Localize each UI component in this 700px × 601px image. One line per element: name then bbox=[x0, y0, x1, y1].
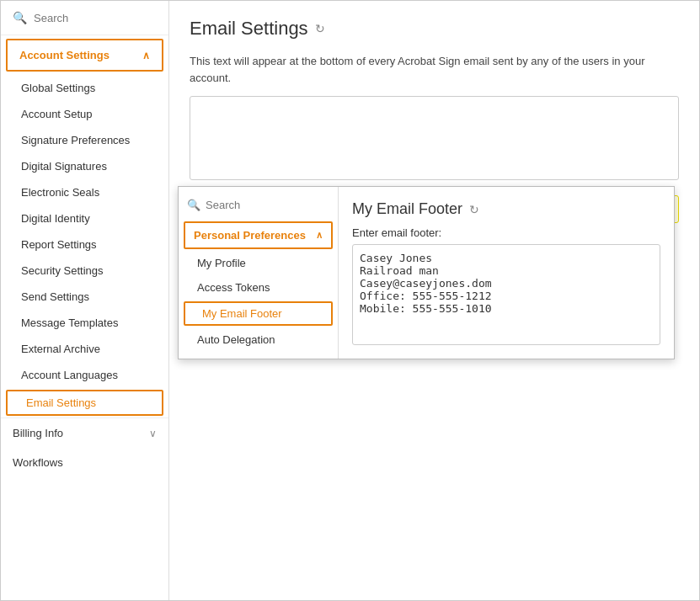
dropdown-right-panel: My Email Footer ↻ Enter email footer: Ca… bbox=[339, 187, 674, 359]
sidebar-item-electronic-seals[interactable]: Electronic Seals bbox=[1, 179, 168, 205]
description-text: This text will appear at the bottom of e… bbox=[190, 53, 679, 86]
sidebar-item-account-setup[interactable]: Account Setup bbox=[1, 101, 168, 127]
sidebar-search-input[interactable] bbox=[34, 12, 157, 24]
dropdown-preferences-chevron: ∧ bbox=[316, 230, 323, 241]
sidebar-item-signature-preferences[interactable]: Signature Preferences bbox=[1, 127, 168, 153]
sidebar-item-external-archive[interactable]: External Archive bbox=[1, 336, 168, 362]
dropdown-right-title-row: My Email Footer ↻ bbox=[352, 200, 660, 218]
dropdown-personal-preferences-header[interactable]: Personal Preferences ∧ bbox=[184, 221, 333, 249]
sidebar-account-settings-chevron: ∧ bbox=[142, 50, 150, 61]
app-window: 🔍 Account Settings ∧ Global Settings Acc… bbox=[0, 0, 700, 601]
dropdown-panel: 🔍 Personal Preferences ∧ My Profile Acce… bbox=[178, 186, 675, 359]
sidebar-item-send-settings[interactable]: Send Settings bbox=[1, 284, 168, 310]
refresh-icon[interactable]: ↻ bbox=[315, 22, 325, 35]
sidebar-account-settings-header[interactable]: Account Settings ∧ bbox=[6, 39, 163, 72]
sidebar-billing-info[interactable]: Billing Info ∨ bbox=[1, 418, 168, 448]
dropdown-search-input[interactable] bbox=[206, 199, 329, 211]
sidebar-item-report-settings[interactable]: Report Settings bbox=[1, 231, 168, 258]
sidebar-item-email-settings[interactable]: Email Settings bbox=[6, 390, 163, 416]
dropdown-search-container[interactable]: 🔍 bbox=[179, 194, 338, 216]
dropdown-personal-preferences-label: Personal Preferences bbox=[194, 229, 306, 242]
dropdown-item-auto-delegation[interactable]: Auto Delegation bbox=[179, 327, 338, 352]
sidebar-search-icon: 🔍 bbox=[13, 11, 27, 24]
dropdown-right-title: My Email Footer bbox=[352, 200, 462, 218]
main-content: Email Settings ↻ This text will appear a… bbox=[169, 1, 699, 600]
sidebar-item-digital-identity[interactable]: Digital Identity bbox=[1, 205, 168, 231]
sidebar-workflows-label: Workflows bbox=[13, 456, 63, 469]
sidebar-item-account-languages[interactable]: Account Languages bbox=[1, 362, 168, 388]
sidebar-item-security-settings[interactable]: Security Settings bbox=[1, 258, 168, 284]
dropdown-search-icon: 🔍 bbox=[187, 199, 200, 211]
dropdown-item-access-tokens[interactable]: Access Tokens bbox=[179, 275, 338, 300]
dropdown-item-my-profile[interactable]: My Profile bbox=[179, 251, 338, 275]
main-layout: 🔍 Account Settings ∧ Global Settings Acc… bbox=[1, 1, 699, 600]
dropdown-right-enter-label: Enter email footer: bbox=[352, 226, 660, 239]
sidebar-items-list: Global Settings Account Setup Signature … bbox=[1, 75, 168, 418]
page-title: Email Settings bbox=[190, 18, 308, 40]
dropdown-sidebar: 🔍 Personal Preferences ∧ My Profile Acce… bbox=[179, 187, 339, 359]
sidebar-item-global-settings[interactable]: Global Settings bbox=[1, 75, 168, 101]
sidebar: 🔍 Account Settings ∧ Global Settings Acc… bbox=[1, 1, 169, 600]
sidebar-account-settings-label: Account Settings bbox=[19, 49, 110, 61]
sidebar-item-message-templates[interactable]: Message Templates bbox=[1, 310, 168, 336]
page-title-row: Email Settings ↻ bbox=[190, 18, 679, 40]
dropdown-right-textarea[interactable]: Casey Jones Railroad man Casey@caseyjone… bbox=[352, 244, 660, 345]
sidebar-item-digital-signatures[interactable]: Digital Signatures bbox=[1, 153, 168, 179]
email-footer-textarea[interactable] bbox=[190, 96, 679, 180]
sidebar-account-settings-section: Account Settings ∧ Global Settings Accou… bbox=[1, 35, 168, 418]
sidebar-billing-label: Billing Info bbox=[13, 427, 63, 439]
sidebar-workflows[interactable]: Workflows bbox=[1, 448, 168, 477]
sidebar-search-container[interactable]: 🔍 bbox=[1, 1, 168, 35]
dropdown-item-my-email-footer[interactable]: My Email Footer bbox=[184, 301, 333, 326]
sidebar-billing-chevron: ∨ bbox=[149, 428, 157, 439]
dropdown-refresh-icon[interactable]: ↻ bbox=[469, 203, 479, 216]
